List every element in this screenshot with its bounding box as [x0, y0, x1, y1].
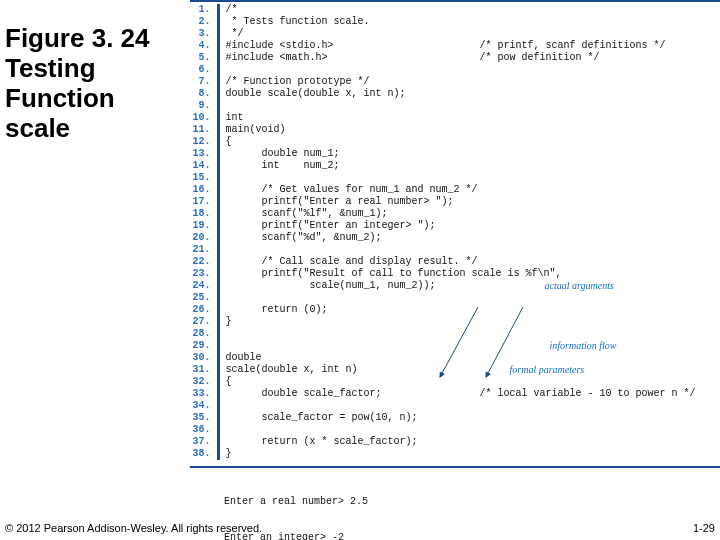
code-text: scale_factor = pow(10, n);: [218, 412, 720, 424]
code-text: /* Function prototype */: [218, 76, 720, 88]
code-text: /* Get values for num_1 and num_2 */: [218, 184, 720, 196]
line-number: 4.: [190, 40, 218, 52]
inline-comment: /* printf, scanf definitions */: [480, 40, 666, 52]
code-line: 19. printf("Enter an integer> ");: [190, 220, 720, 232]
code-text: {: [218, 376, 720, 388]
line-number: 14.: [190, 160, 218, 172]
line-number: 6.: [190, 64, 218, 76]
line-number: 33.: [190, 388, 218, 400]
code-line: 28.: [190, 328, 720, 340]
code-text: [218, 244, 720, 256]
code-line: 29.information flow: [190, 340, 720, 352]
output-line: Enter a real number> 2.5: [224, 496, 720, 508]
line-number: 23.: [190, 268, 218, 280]
code-line: 25.: [190, 292, 720, 304]
code-line: 21.: [190, 244, 720, 256]
line-number: 22.: [190, 256, 218, 268]
line-number: 37.: [190, 436, 218, 448]
code-line: 12.{: [190, 136, 720, 148]
code-text: return (0);: [218, 304, 720, 316]
code-line: 7./* Function prototype */: [190, 76, 720, 88]
line-number: 18.: [190, 208, 218, 220]
line-number: 35.: [190, 412, 218, 424]
code-text: scanf("%lf", &num_1);: [218, 208, 720, 220]
code-line: 33. double scale_factor;/* local variabl…: [190, 388, 720, 400]
code-line: 34.: [190, 400, 720, 412]
line-number: 31.: [190, 364, 218, 376]
code-text: [218, 424, 720, 436]
code-line: 4.#include <stdio.h>/* printf, scanf def…: [190, 40, 720, 52]
code-text: int: [218, 112, 720, 124]
code-line: 16. /* Get values for num_1 and num_2 */: [190, 184, 720, 196]
line-number: 25.: [190, 292, 218, 304]
line-number: 32.: [190, 376, 218, 388]
code-line: 3. */: [190, 28, 720, 40]
line-number: 19.: [190, 220, 218, 232]
code-listing: 1./*2. * Tests function scale.3. */4.#in…: [190, 0, 720, 510]
code-line: 22. /* Call scale and display result. */: [190, 256, 720, 268]
code-table: 1./*2. * Tests function scale.3. */4.#in…: [190, 4, 720, 460]
line-number: 28.: [190, 328, 218, 340]
line-number: 38.: [190, 448, 218, 460]
code-line: 14. int num_2;: [190, 160, 720, 172]
code-text: [218, 400, 720, 412]
annotation-label: formal parameters: [510, 364, 585, 376]
code-text: return (x * scale_factor);: [218, 436, 720, 448]
code-line: 37. return (x * scale_factor);: [190, 436, 720, 448]
code-line: 15.: [190, 172, 720, 184]
code-text: scanf("%d", &num_2);: [218, 232, 720, 244]
line-number: 26.: [190, 304, 218, 316]
figure-title: Figure 3. 24 Testing Function scale: [5, 24, 185, 144]
inline-comment: /* pow definition */: [480, 52, 600, 64]
code-line: 18. scanf("%lf", &num_1);: [190, 208, 720, 220]
code-line: 38.}: [190, 448, 720, 460]
code-text: main(void): [218, 124, 720, 136]
code-text: double: [218, 352, 720, 364]
program-output: Enter a real number> 2.5 Enter an intege…: [190, 466, 720, 540]
code-text: double scale_factor;/* local variable - …: [218, 388, 720, 400]
code-text: [218, 328, 720, 340]
line-number: 29.: [190, 340, 218, 352]
line-number: 24.: [190, 280, 218, 292]
code-text: {: [218, 136, 720, 148]
copyright-footer: © 2012 Pearson Addison-Wesley. All right…: [5, 522, 262, 534]
code-text: printf("Enter an integer> ");: [218, 220, 720, 232]
code-line: 13. double num_1;: [190, 148, 720, 160]
line-number: 10.: [190, 112, 218, 124]
line-number: 5.: [190, 52, 218, 64]
slide-root: Figure 3. 24 Testing Function scale 1./*…: [0, 0, 720, 540]
line-number: 3.: [190, 28, 218, 40]
code-text: printf("Result of call to function scale…: [218, 268, 720, 280]
line-number: 27.: [190, 316, 218, 328]
line-number: 17.: [190, 196, 218, 208]
line-number: 8.: [190, 88, 218, 100]
line-number: 13.: [190, 148, 218, 160]
code-text: int num_2;: [218, 160, 720, 172]
code-text: [218, 64, 720, 76]
output-line: Enter an integer> -2: [224, 532, 720, 540]
code-line: 20. scanf("%d", &num_2);: [190, 232, 720, 244]
code-line: 23. printf("Result of call to function s…: [190, 268, 720, 280]
code-line: 8.double scale(double x, int n);: [190, 88, 720, 100]
code-text: [218, 292, 720, 304]
code-line: 11.main(void): [190, 124, 720, 136]
line-number: 20.: [190, 232, 218, 244]
code-text: information flow: [218, 340, 720, 352]
code-line: 27.}: [190, 316, 720, 328]
code-text: }: [218, 448, 720, 460]
code-line: 36.: [190, 424, 720, 436]
annotation-label: actual arguments: [545, 280, 614, 292]
line-number: 11.: [190, 124, 218, 136]
code-text: #include <math.h>/* pow definition */: [218, 52, 720, 64]
code-text: double scale(double x, int n);: [218, 88, 720, 100]
code-text: scale(num_1, num_2));actual arguments: [218, 280, 720, 292]
code-line: 26. return (0);: [190, 304, 720, 316]
line-number: 7.: [190, 76, 218, 88]
code-line: 17. printf("Enter a real number> ");: [190, 196, 720, 208]
code-line: 35. scale_factor = pow(10, n);: [190, 412, 720, 424]
code-line: 10.int: [190, 112, 720, 124]
code-text: [218, 172, 720, 184]
code-line: 31.scale(double x, int n)formal paramete…: [190, 364, 720, 376]
code-text: [218, 100, 720, 112]
code-text: double num_1;: [218, 148, 720, 160]
